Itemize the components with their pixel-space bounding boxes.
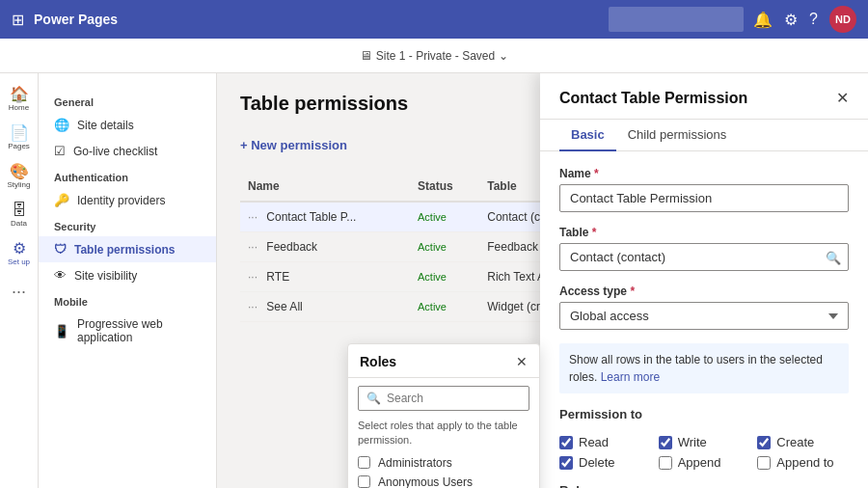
checkbox-create[interactable] [757,436,771,449]
table-label: Table * [559,226,849,239]
sidebar-item-golive[interactable]: ☑ Go-live checklist [39,138,216,164]
table-input[interactable] [559,243,849,271]
permission-checkbox-read: Read [559,435,651,449]
roles-info-text: Select roles that apply to the table per… [348,419,539,456]
sidebar-item-table-permissions[interactable]: 🛡 Table permissions [39,236,216,262]
roles-popup-title: Roles [360,354,396,369]
name-field-group: Name * Contact Table Permission [559,167,849,212]
role-check-administrators: Administrators [358,456,529,470]
sidebar-item-visibility[interactable]: 👁 Site visibility [39,262,216,288]
col-name: Name [240,172,410,202]
row-more-icon[interactable]: ··· [248,240,258,254]
role-check-anonymous-users: Anonymous Users [358,475,529,488]
sidebar-nav: General 🌐 Site details ☑ Go-live checkli… [39,73,217,488]
key-icon: 🔑 [54,193,69,207]
section-auth: Authentication [39,164,216,187]
role-checkbox[interactable] [358,475,370,488]
permission-checkbox-delete: Delete [559,455,651,470]
sidebar-icon-data[interactable]: 🗄Data [2,197,37,231]
role-checkbox[interactable] [358,456,370,469]
cell-status: Active [410,292,479,322]
access-info-box: Show all rows in the table to users in t… [559,343,849,393]
grid-icon[interactable]: ⊞ [12,11,24,29]
checkbox-delete[interactable] [559,456,573,470]
sidebar-label-identity: Identity providers [77,194,165,207]
sidebar-label-golive: Go-live checklist [73,145,157,158]
mobile-icon: 📱 [54,324,69,339]
sidebar-item-identity[interactable]: 🔑 Identity providers [39,187,216,213]
table-field-group: Table * 🔍 [559,226,849,271]
cell-status: Active [410,262,479,292]
site-icon: 🖥 [360,48,372,63]
row-more-icon[interactable]: ··· [248,210,258,224]
access-type-select[interactable]: Global access Self Account Parent Contac… [559,302,849,330]
search-icon: 🔍 [366,392,381,405]
settings-icon[interactable]: ⚙ [784,11,798,29]
roles-search-input[interactable] [387,392,521,405]
tab-basic[interactable]: Basic [559,120,616,151]
sidebar-more-button[interactable]: ··· [4,274,34,310]
globe-icon: 🌐 [54,118,69,132]
sidebar-icon-styling[interactable]: 🎨Styling [2,158,37,193]
sidebar-label-pwa: Progressive web application [77,317,201,344]
table-perm-icon: 🛡 [54,242,67,257]
panel-close-button[interactable]: ✕ [836,89,849,119]
section-general: General [39,89,216,112]
sidebar-item-pwa[interactable]: 📱 Progressive web application [39,312,216,350]
learn-more-link[interactable]: Learn more [601,370,660,384]
checkbox-append[interactable] [659,456,672,470]
sidebar-icon-rail: 🏠Home 📄Pages 🎨Styling 🗄Data ⚙Set up ··· [0,73,39,488]
permission-checkbox-append to: Append to [757,455,849,470]
row-more-icon[interactable]: ··· [248,270,258,284]
checklist-icon: ☑ [54,144,66,158]
cell-name: ··· Feedback [240,232,410,262]
chevron-down-icon: ⌄ [499,49,508,63]
app-title: Power Pages [34,12,599,27]
avatar[interactable]: ND [829,6,856,33]
panel-title: Contact Table Permission [559,90,747,119]
sidebar-label-site-details: Site details [77,119,134,132]
name-label: Name * [559,167,849,180]
cell-status: Active [410,202,479,232]
sidebar-label-visibility: Site visibility [74,269,137,283]
access-type-field-group: Access type * Global access Self Account… [559,285,849,330]
contact-table-permission-panel: Contact Table Permission ✕ Basic Child p… [540,73,868,488]
cell-name: ··· RTE [240,262,410,292]
roles-section: Roles + Add roles 👤 Web API User ⋯ [559,483,849,488]
global-search[interactable] [609,7,744,32]
sidebar-item-site-details[interactable]: 🌐 Site details [39,112,216,138]
col-status: Status [410,172,479,202]
roles-checkbox-list: Administrators Anonymous Users Authentic… [348,456,539,488]
row-more-icon[interactable]: ··· [248,300,258,313]
panel-tabs: Basic Child permissions [540,120,868,151]
roles-search-box: 🔍 [358,386,529,411]
cell-name: ··· Contact Table P... [240,202,410,232]
permission-grid: Read Write Create Delete Append Append t… [559,435,849,470]
permission-checkbox-write: Write [659,435,750,449]
section-security: Security [39,213,216,236]
cell-status: Active [410,232,479,262]
notification-icon[interactable]: 🔔 [753,11,773,29]
checkbox-write[interactable] [659,436,672,449]
checkbox-append to[interactable] [757,456,771,470]
name-input[interactable]: Contact Table Permission [559,184,849,212]
permission-checkbox-append: Append [659,455,750,470]
panel-body: Name * Contact Table Permission Table * … [540,151,868,488]
sidebar-icon-setup[interactable]: ⚙Set up [2,235,37,270]
sidebar-icon-home[interactable]: 🏠Home [2,81,37,116]
section-mobile: Mobile [39,288,216,312]
cell-name: ··· See All [240,292,410,322]
roles-popup-close-button[interactable]: ✕ [516,354,528,369]
site-text: Site 1 - Private - Saved [376,49,495,63]
roles-title: Roles [559,483,849,488]
sidebar-label-table-permissions: Table permissions [74,243,175,257]
checkbox-read[interactable] [559,436,573,449]
help-icon[interactable]: ? [809,11,818,28]
new-permission-button[interactable]: + New permission [240,134,347,156]
permission-checkbox-create: Create [757,435,849,449]
permission-to-title: Permission to [559,407,849,421]
access-type-label: Access type * [559,285,849,298]
search-icon: 🔍 [826,250,841,264]
sidebar-icon-pages[interactable]: 📄Pages [2,120,37,154]
tab-child-permissions[interactable]: Child permissions [616,120,739,151]
